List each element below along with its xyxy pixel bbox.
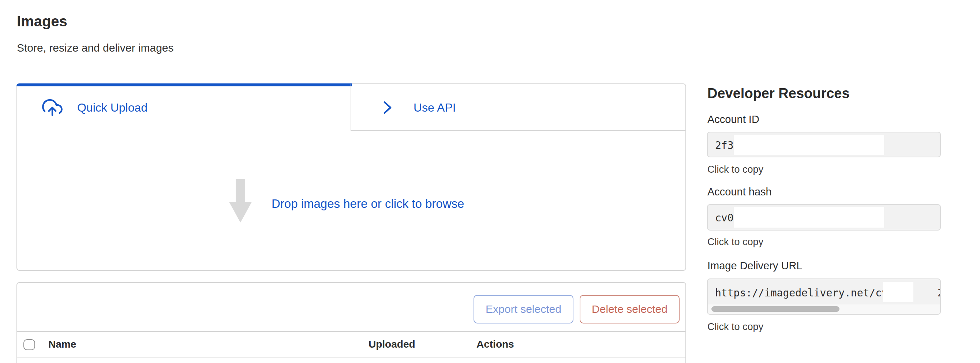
chevron-right-icon (379, 97, 395, 119)
column-header-uploaded: Uploaded (369, 339, 415, 350)
cloud-upload-icon (41, 97, 64, 118)
delete-selected-button[interactable]: Delete selected (580, 295, 679, 323)
image-delivery-url-copy-hint: Click to copy (707, 321, 764, 333)
redaction-overlay (734, 207, 884, 228)
tab-use-api-label: Use API (414, 101, 456, 115)
account-hash-value-box[interactable]: cv0J (707, 204, 941, 231)
dropzone-label: Drop images here or click to browse (272, 197, 464, 211)
image-delivery-url-fragment: 2 (937, 287, 941, 299)
redaction-overlay (734, 135, 884, 155)
tab-quick-upload[interactable]: Quick Upload (17, 84, 351, 131)
column-header-actions: Actions (476, 339, 514, 350)
select-all-checkbox[interactable] (24, 339, 35, 350)
account-hash-copy-hint: Click to copy (707, 236, 764, 248)
redaction-overlay (883, 282, 913, 302)
toolbar-divider (17, 331, 686, 332)
developer-resources-sidebar: Developer Resources Account ID 2f3d Clic… (707, 0, 949, 363)
down-arrow-icon (229, 179, 252, 223)
account-id-label: Account ID (707, 113, 759, 126)
url-scrollbar-thumb[interactable] (711, 306, 840, 312)
image-delivery-url-value-box[interactable]: https://imagedelivery.net/cv0JSj 2 (707, 279, 941, 315)
image-delivery-url-label: Image Delivery URL (707, 260, 802, 272)
sidebar-title: Developer Resources (707, 86, 850, 101)
tab-use-api[interactable]: Use API (351, 84, 686, 131)
header-divider (17, 358, 686, 358)
page-title: Images (17, 13, 67, 30)
images-table-card: Export selected Delete selected Name Upl… (16, 282, 686, 363)
column-header-name: Name (48, 339, 76, 350)
account-id-copy-hint: Click to copy (707, 164, 764, 175)
page-subtitle: Store, resize and deliver images (17, 42, 174, 54)
dropzone[interactable]: Drop images here or click to browse (17, 131, 686, 271)
export-selected-button[interactable]: Export selected (474, 295, 573, 323)
tab-quick-upload-label: Quick Upload (77, 101, 148, 115)
account-id-value-box[interactable]: 2f3d (707, 132, 941, 158)
account-hash-label: Account hash (707, 186, 772, 198)
uploader-panel: Quick Upload Use API Drop images here or… (16, 83, 686, 271)
